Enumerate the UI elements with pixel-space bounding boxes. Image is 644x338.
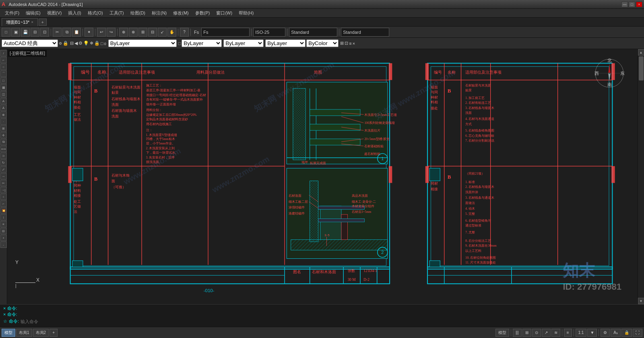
menu-param[interactable]: 参数(P) [192,9,213,17]
lineweight-toggle[interactable]: ≡ [564,329,572,337]
print-button[interactable]: ⊟ [31,28,39,37]
model-tab[interactable]: 模型 [2,329,15,337]
layer-manager-button[interactable]: ⊟ [70,41,74,46]
tool-region[interactable]: ◫ [0,91,7,97]
color-picker-button[interactable]: □ [178,41,181,46]
anno-button[interactable]: A₁ [611,329,621,337]
layer-on-button[interactable]: 💡 [83,41,89,46]
tool-insert[interactable]: ⊕ [0,111,7,118]
tool-trim[interactable]: ✂ [0,180,7,186]
undo-button[interactable]: ↩ [97,28,106,37]
tab-add-button[interactable]: + [39,19,47,26]
open-button[interactable]: ▣ [11,28,20,37]
add-layout-button[interactable]: + [50,329,58,337]
tool-mtext[interactable]: Ā [0,105,7,111]
snap-button[interactable]: 模型 [495,329,509,337]
dynmode-button[interactable]: ≋ [551,329,560,337]
tool-point[interactable]: · [0,118,7,125]
style-combo[interactable] [253,28,285,37]
workspace-combo[interactable]: AutoCAD 经典 [2,39,58,47]
zoom-window-button[interactable]: ⊞ [138,28,147,37]
menu-insert[interactable]: 插入(I) [65,9,84,17]
tool-array[interactable]: ⊞ [0,125,7,132]
osnap-button[interactable]: ⊙ [532,329,541,337]
pan-button[interactable]: ✋ [167,28,176,37]
lock-button[interactable]: 🔒 [621,329,632,337]
zoom-realtime-button[interactable]: ⊗ [129,28,138,37]
matchprop-button[interactable]: ✦ [85,28,93,37]
tool-break[interactable]: ÷ [0,194,7,200]
maximize-button[interactable]: □ [629,2,635,7]
menu-window[interactable]: 窗口(W) [213,9,235,17]
linetype-select[interactable]: ByLayer [223,39,264,47]
workspace-button[interactable]: ⚙ [601,329,610,337]
scroll-up-button[interactable]: ▲ [638,49,644,56]
tool-extend[interactable]: →| [0,187,7,193]
layout2-tab[interactable]: 布局2 [33,329,49,337]
layer-settings-button[interactable]: ⚙ [78,41,83,46]
tool-rect[interactable]: □ [0,77,7,84]
layer-lock-button[interactable]: 🔒 [94,41,100,46]
tool-stretch[interactable]: ↔ [0,173,7,179]
font-combo[interactable] [201,28,250,37]
tool-move[interactable]: ✛ [0,132,7,138]
zoom-previous-button[interactable]: ↙ [158,28,167,37]
layer-prev-button[interactable]: ◀ [74,41,78,46]
tool-scale[interactable]: ⤢ [0,166,7,173]
properties-button[interactable]: ⊞ [340,41,344,46]
tool-dimension[interactable]: ↕ [0,214,7,221]
close-button[interactable]: × [353,41,355,46]
cut-button[interactable]: ✂ [53,28,62,37]
tool-zoom-in[interactable]: + [0,235,7,241]
tool-mirror[interactable]: ⟺ [0,146,7,152]
menu-view[interactable]: 视图(V) [44,9,65,17]
layout1-tab[interactable]: 布局1 [16,329,32,337]
minimize-button[interactable]: — [621,2,628,7]
otrack-button[interactable]: ↗ [542,329,551,337]
tool-fillet[interactable]: ⌐ [0,200,7,207]
menu-edit[interactable]: 编辑(E) [23,9,44,17]
cmd-input-row[interactable]: ☆ 命令: [3,318,641,324]
drawing-canvas[interactable]: [-][俯视][二维线框] 知末网 www.znzmo.com www.znzm… [7,49,638,304]
menu-help[interactable]: 帮助(H) [235,9,257,17]
annotation-scale-combo[interactable] [289,28,337,37]
menu-modify[interactable]: 修改(M) [170,9,192,17]
scroll-track[interactable] [638,56,644,298]
annotation-scale2-combo[interactable] [341,28,389,37]
lineweight-select[interactable]: ByLayer [265,39,305,47]
command-input[interactable] [21,319,641,324]
tool-text[interactable]: A [0,98,7,104]
tool-copy[interactable]: ⧉ [0,139,7,145]
menu-annotate[interactable]: 标注(N) [149,9,170,17]
layer-select[interactable]: ByLayer [108,39,177,47]
menu-format[interactable]: 格式(O) [85,9,106,17]
menu-tools[interactable]: 工具(T) [106,9,127,17]
vertical-scrollbar[interactable]: ▲ ▼ [638,49,644,304]
layer-freeze-button[interactable]: ❄ [90,41,93,46]
workspace-lock-button[interactable]: 🔒 [63,41,68,46]
menu-file[interactable]: 文件(F) [2,9,23,17]
tool-circle[interactable]: ○ [0,64,7,70]
plot-preview-button[interactable]: ⊡ [40,28,49,37]
help-button[interactable]: ? [180,28,189,37]
scale-button[interactable]: 1:1 [576,329,587,337]
scale-dropdown[interactable]: ▼ [587,329,597,337]
scroll-thumb[interactable] [639,56,644,80]
zoom-pan-button[interactable]: ⊕ [119,28,128,37]
tool-line[interactable]: / [0,50,7,56]
tool-hatch[interactable]: ▦ [0,84,7,91]
tab-drawing[interactable]: 增面B1~13* × [2,18,38,26]
tool-properties[interactable]: ⊟ [0,228,7,234]
fullscreen-button[interactable]: ⛶ [633,329,642,337]
tool-arc[interactable]: ⌒ [0,70,7,77]
ortho-button[interactable]: ⊞ [522,329,531,337]
copy-button[interactable]: ⧉ [62,28,71,37]
menu-draw[interactable]: 绘图(D) [127,9,149,17]
tab-close-icon[interactable]: × [31,20,33,24]
layer-color-button[interactable]: □ [101,41,103,46]
save-button[interactable]: 💾 [21,28,30,37]
close-button[interactable]: × [636,2,642,7]
grid-button[interactable]: ||| [513,329,522,337]
scroll-down-button[interactable]: ▼ [638,298,644,304]
tool-offset[interactable]: ⊃ [0,153,7,159]
